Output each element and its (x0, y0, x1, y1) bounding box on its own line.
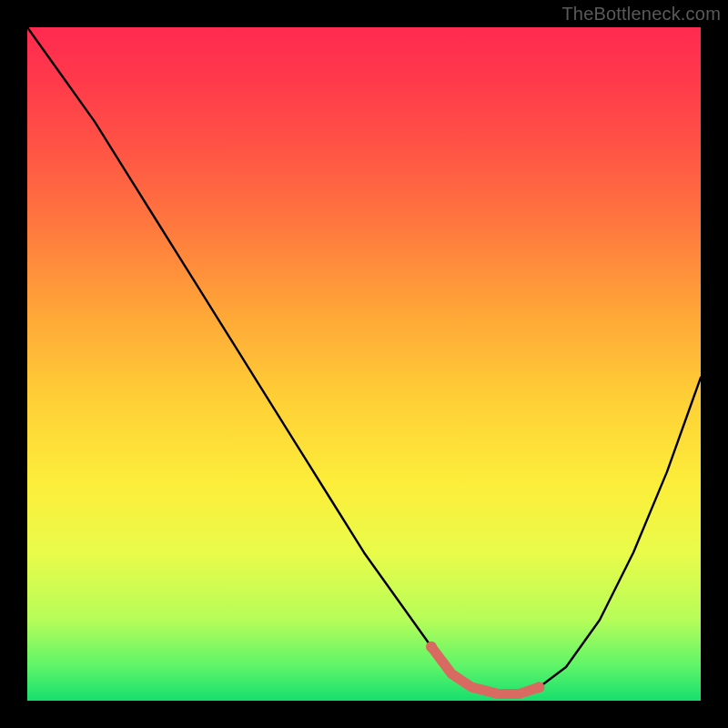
chart-frame: TheBottleneck.com (0, 0, 728, 728)
highlight-dot-right (533, 682, 544, 693)
bottleneck-highlight-segment (431, 647, 539, 694)
highlight-dot-left (426, 642, 437, 652)
bottleneck-curve (27, 27, 701, 694)
curve-overlay (0, 0, 728, 728)
